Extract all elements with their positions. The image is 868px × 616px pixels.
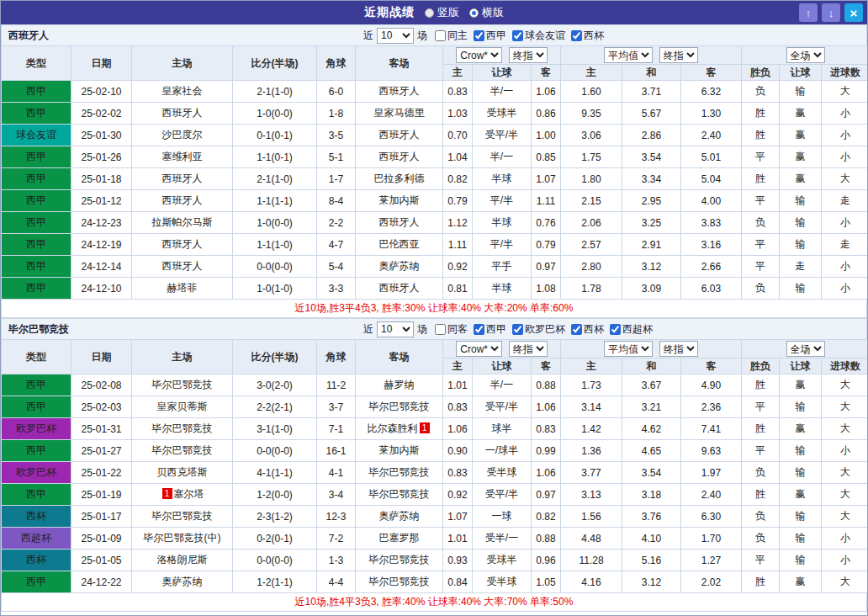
result-handicap: 赢 bbox=[780, 418, 822, 440]
recent-count-select[interactable]: 10 bbox=[377, 28, 414, 44]
layout-radio-horizontal[interactable]: 横版 bbox=[469, 5, 504, 20]
away-odds: 0.88 bbox=[532, 374, 561, 396]
league-type-badge: 西甲 bbox=[2, 190, 71, 212]
handicap-line: 平手 bbox=[473, 256, 532, 278]
result-handicap: 赢 bbox=[780, 484, 822, 506]
half-full-score: 1-1(1-0) bbox=[233, 234, 317, 256]
league-filter-checkbox[interactable]: 西杯 bbox=[571, 29, 604, 43]
handicap-line: 半/一 bbox=[473, 374, 532, 396]
match-date: 24-12-10 bbox=[71, 278, 132, 300]
move-up-button[interactable]: ↑ bbox=[799, 3, 818, 22]
checkbox-input[interactable] bbox=[512, 324, 523, 335]
radio-label: 横版 bbox=[482, 5, 504, 20]
league-filter-checkbox[interactable]: 西甲 bbox=[474, 322, 506, 337]
team-label: 巴伦西亚 bbox=[379, 238, 420, 250]
away-odds: 0.99 bbox=[532, 440, 561, 462]
result-handicap: 输 bbox=[780, 462, 822, 484]
half-full-score: 2-1(1-0) bbox=[233, 81, 317, 103]
avg-away-odds: 5.04 bbox=[681, 168, 742, 190]
sub-col-win-lose: 胜负 bbox=[742, 358, 780, 374]
result-win-lose: 负 bbox=[742, 278, 780, 300]
league-type-badge: 西甲 bbox=[2, 81, 71, 103]
average-stage-select[interactable]: 终指 bbox=[659, 341, 698, 357]
sub-col-odds-home: 主 bbox=[443, 358, 473, 374]
match-date: 24-12-23 bbox=[71, 212, 132, 234]
scope-select[interactable]: 全场 bbox=[786, 341, 825, 357]
avg-home-odds: 9.35 bbox=[561, 103, 622, 125]
corner-count: 2-2 bbox=[317, 212, 356, 234]
checkbox-input[interactable] bbox=[435, 324, 446, 335]
home-team: 贝西克塔斯 bbox=[132, 462, 233, 484]
average-header: 平均值 终指 bbox=[561, 340, 742, 358]
home-odds: 0.83 bbox=[443, 396, 473, 418]
odds-company-select[interactable]: Crow* bbox=[456, 47, 502, 63]
away-team: 毕尔巴鄂竞技 bbox=[356, 462, 443, 484]
avg-draw-odds: 3.18 bbox=[622, 484, 681, 506]
average-stage-select[interactable]: 终指 bbox=[659, 47, 698, 63]
home-odds: 1.12 bbox=[443, 212, 473, 234]
recent-count-select[interactable]: 10 bbox=[377, 321, 414, 337]
result-win-lose: 平 bbox=[742, 440, 780, 462]
odds-company-select[interactable]: Crow* bbox=[456, 341, 502, 357]
checkbox-input[interactable] bbox=[474, 30, 484, 41]
away-team: 比尔森胜利1 bbox=[356, 418, 443, 440]
match-row: 西甲24-12-14西班牙人0-0(0-0)5-4奥萨苏纳0.92平手0.972… bbox=[2, 256, 868, 278]
average-type-select[interactable]: 平均值 bbox=[604, 47, 653, 63]
half-full-score: 4-1(1-1) bbox=[233, 462, 317, 484]
checkbox-input[interactable] bbox=[571, 324, 582, 335]
summary-line: 近10场,胜3平4负3, 胜率:30% 让球率:40% 大率:20% 单率:60… bbox=[1, 300, 867, 318]
match-row: 西甲25-01-27毕尔巴鄂竞技0-0(0-0)16-1莱加内斯0.90一/球半… bbox=[2, 440, 868, 462]
avg-draw-odds: 3.76 bbox=[622, 506, 681, 528]
league-filter-checkbox[interactable]: 同客 bbox=[435, 322, 468, 337]
odds-stage-select[interactable]: 终指 bbox=[509, 47, 548, 63]
league-filter-checkbox[interactable]: 西杯 bbox=[571, 322, 604, 337]
scope-select[interactable]: 全场 bbox=[786, 47, 825, 63]
layout-radio-vertical[interactable]: 竖版 bbox=[425, 5, 459, 20]
sub-col-odds-away: 客 bbox=[532, 358, 561, 374]
avg-home-odds: 3.06 bbox=[561, 125, 622, 146]
checkbox-input[interactable] bbox=[474, 324, 484, 335]
league-filter-checkbox[interactable]: 西超杯 bbox=[610, 322, 653, 337]
home-odds: 0.84 bbox=[443, 571, 473, 593]
away-team: 毕尔巴鄂竞技 bbox=[356, 396, 443, 418]
avg-draw-odds: 3.67 bbox=[622, 374, 681, 396]
match-date: 25-02-10 bbox=[71, 81, 132, 103]
handicap-line: 受球半 bbox=[473, 103, 532, 125]
league-filter-checkbox[interactable]: 球会友谊 bbox=[512, 29, 565, 43]
avg-away-odds: 1.30 bbox=[681, 103, 742, 125]
half-full-score: 0-1(0-1) bbox=[233, 125, 317, 146]
odds-stage-select[interactable]: 终指 bbox=[509, 341, 548, 357]
titlebar-center: 近期战绩 竖版横版 bbox=[364, 5, 504, 20]
sub-col-goals: 进球数 bbox=[822, 65, 868, 81]
checkbox-input[interactable] bbox=[435, 30, 446, 41]
half-full-score: 3-0(2-0) bbox=[233, 374, 317, 396]
avg-away-odds: 6.30 bbox=[681, 506, 742, 528]
close-button[interactable]: × bbox=[844, 3, 863, 22]
league-filter-checkbox[interactable]: 欧罗巴杯 bbox=[512, 322, 565, 337]
average-type-select[interactable]: 平均值 bbox=[604, 341, 653, 357]
league-filter-checkbox[interactable]: 西甲 bbox=[474, 29, 506, 43]
avg-draw-odds: 3.21 bbox=[622, 396, 681, 418]
handicap-line: 受半球 bbox=[473, 462, 532, 484]
league-type-badge: 西甲 bbox=[2, 396, 71, 418]
checkbox-input[interactable] bbox=[512, 30, 523, 41]
avg-draw-odds: 3.54 bbox=[622, 146, 681, 168]
match-date: 24-12-19 bbox=[71, 234, 132, 256]
home-odds: 1.04 bbox=[443, 146, 473, 168]
handicap-line: 一/球半 bbox=[473, 440, 532, 462]
move-down-button[interactable]: ↓ bbox=[822, 3, 840, 22]
handicap-line: 半球 bbox=[473, 278, 532, 300]
away-odds: 1.06 bbox=[532, 462, 561, 484]
result-goals: 大 bbox=[822, 418, 868, 440]
avg-away-odds: 2.40 bbox=[681, 484, 742, 506]
checkbox-input[interactable] bbox=[571, 30, 582, 41]
league-type-badge: 西甲 bbox=[2, 374, 71, 396]
league-filter-checkbox[interactable]: 同主 bbox=[435, 29, 468, 43]
col-score: 比分(半场) bbox=[233, 340, 317, 374]
away-team: 西班牙人 bbox=[356, 212, 443, 234]
away-team: 巴伦西亚 bbox=[356, 234, 443, 256]
checkbox-input[interactable] bbox=[610, 324, 621, 335]
half-full-score: 3-1(1-0) bbox=[233, 418, 317, 440]
away-odds: 1.06 bbox=[532, 396, 561, 418]
league-type-badge: 西甲 bbox=[2, 234, 71, 256]
